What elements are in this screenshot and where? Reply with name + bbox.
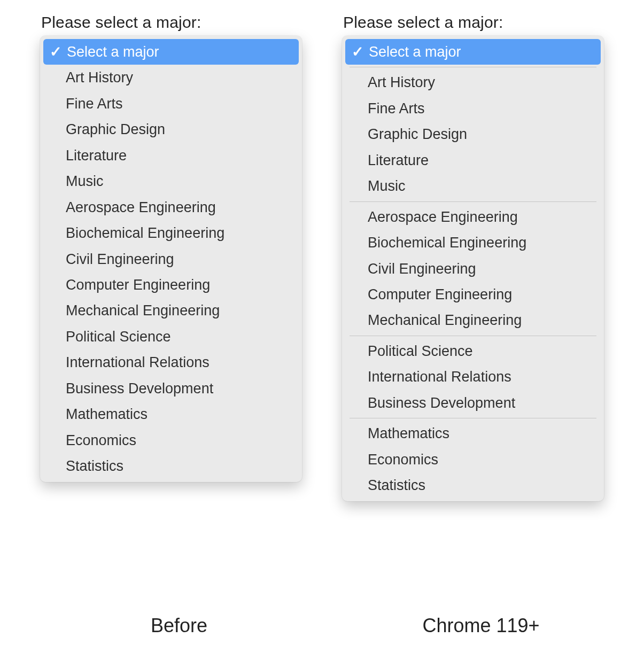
- group-divider: [350, 201, 596, 202]
- option[interactable]: International Relations: [43, 349, 299, 375]
- option-label: Graphic Design: [66, 120, 165, 139]
- option[interactable]: Literature: [43, 143, 299, 168]
- option[interactable]: Business Development: [43, 376, 299, 401]
- option[interactable]: Biochemical Engineering: [43, 220, 299, 246]
- option-label: Biochemical Engineering: [66, 223, 224, 243]
- before-column: Please select a major: ✓ Select a major …: [40, 13, 318, 482]
- option-label: Art History: [368, 73, 435, 92]
- prompt-label-left: Please select a major:: [41, 13, 318, 32]
- option[interactable]: Music: [43, 168, 299, 194]
- group-divider: [350, 67, 596, 67]
- option-label: Civil Engineering: [368, 259, 476, 278]
- option[interactable]: Computer Engineering: [345, 282, 601, 307]
- option-label: Political Science: [66, 327, 171, 346]
- group-divider: [350, 418, 596, 418]
- option-label: Literature: [368, 151, 429, 170]
- option[interactable]: Graphic Design: [43, 116, 299, 142]
- option-label: Economics: [368, 450, 438, 469]
- option[interactable]: Economics: [345, 447, 601, 472]
- option-label: Computer Engineering: [66, 275, 210, 294]
- option-label: Civil Engineering: [66, 250, 174, 269]
- option-selected[interactable]: ✓ Select a major: [43, 39, 299, 65]
- caption-before: Before: [40, 615, 318, 637]
- option-label: Biochemical Engineering: [368, 233, 526, 252]
- select-popup-after[interactable]: ✓ Select a major Art History Fine Arts G…: [342, 36, 604, 501]
- option-label: Music: [66, 172, 104, 191]
- option-label: Statistics: [66, 456, 123, 476]
- option-label: Graphic Design: [368, 125, 467, 144]
- option[interactable]: Mathematics: [345, 421, 601, 446]
- option[interactable]: Business Development: [345, 390, 601, 416]
- option[interactable]: Art History: [43, 65, 299, 90]
- option-label: Select a major: [67, 42, 159, 61]
- option-label: Political Science: [368, 341, 473, 361]
- option[interactable]: Biochemical Engineering: [345, 230, 601, 255]
- option-selected[interactable]: ✓ Select a major: [345, 39, 601, 65]
- option-label: Literature: [66, 146, 127, 165]
- option-label: Fine Arts: [66, 94, 123, 113]
- option[interactable]: Economics: [43, 427, 299, 453]
- option-label: Music: [368, 176, 406, 196]
- option-label: International Relations: [368, 367, 511, 386]
- option-label: Computer Engineering: [368, 285, 512, 304]
- option-label: Business Development: [66, 379, 213, 398]
- option-label: Fine Arts: [368, 99, 425, 118]
- caption-after: Chrome 119+: [342, 615, 620, 637]
- option[interactable]: Mathematics: [43, 401, 299, 427]
- checkmark-icon: ✓: [50, 42, 61, 61]
- option[interactable]: Literature: [345, 147, 601, 173]
- option[interactable]: Political Science: [43, 324, 299, 349]
- option[interactable]: Computer Engineering: [43, 272, 299, 298]
- option-label: International Relations: [66, 353, 210, 372]
- select-popup-before[interactable]: ✓ Select a major Art History Fine Arts G…: [40, 36, 302, 482]
- option[interactable]: Statistics: [43, 453, 299, 479]
- option[interactable]: Aerospace Engineering: [43, 195, 299, 220]
- option-label: Economics: [66, 431, 136, 450]
- option-label: Aerospace Engineering: [368, 207, 518, 227]
- group-divider: [350, 336, 596, 336]
- option[interactable]: Mechanical Engineering: [43, 298, 299, 323]
- prompt-label-right: Please select a major:: [343, 13, 620, 32]
- option[interactable]: Civil Engineering: [43, 246, 299, 272]
- option-label: Statistics: [368, 476, 425, 495]
- option[interactable]: Music: [345, 173, 601, 199]
- option-label: Mechanical Engineering: [66, 301, 220, 320]
- option-label: Mathematics: [368, 424, 449, 443]
- option-label: Mechanical Engineering: [368, 310, 522, 330]
- option[interactable]: Political Science: [345, 338, 601, 364]
- option-label: Business Development: [368, 393, 515, 413]
- option[interactable]: Mechanical Engineering: [345, 307, 601, 333]
- option-label: Art History: [66, 68, 133, 87]
- option[interactable]: Civil Engineering: [345, 256, 601, 282]
- option[interactable]: Art History: [345, 69, 601, 95]
- option[interactable]: International Relations: [345, 364, 601, 390]
- option-label: Aerospace Engineering: [66, 198, 216, 217]
- option[interactable]: Fine Arts: [345, 96, 601, 121]
- checkmark-icon: ✓: [352, 42, 363, 61]
- option[interactable]: Statistics: [345, 472, 601, 498]
- option[interactable]: Aerospace Engineering: [345, 204, 601, 230]
- after-column: Please select a major: ✓ Select a major …: [342, 13, 620, 501]
- option-label: Mathematics: [66, 405, 148, 424]
- option[interactable]: Fine Arts: [43, 91, 299, 116]
- option-label: Select a major: [369, 42, 461, 61]
- option[interactable]: Graphic Design: [345, 121, 601, 147]
